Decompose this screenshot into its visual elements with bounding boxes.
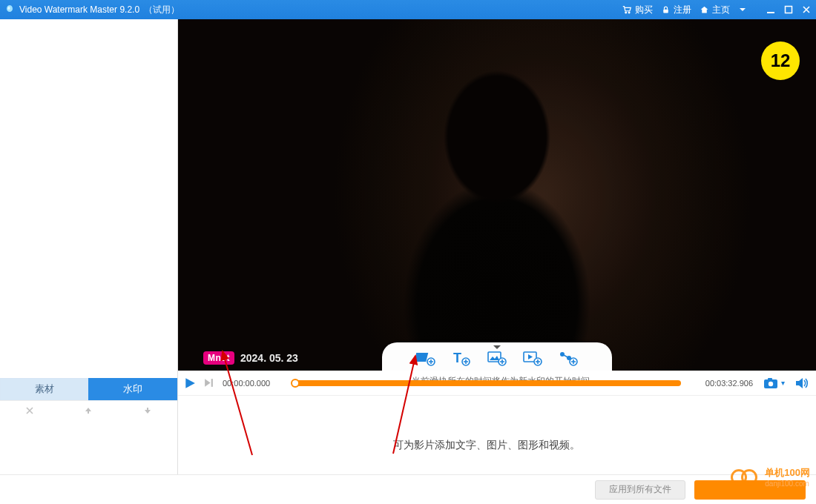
app-title: Video Watermark Master 9.2.0 bbox=[19, 4, 139, 15]
rating-badge: 12 bbox=[761, 42, 800, 80]
snapshot-button[interactable] bbox=[763, 377, 778, 390]
watermark-toolbar: T bbox=[382, 342, 612, 371]
timeline-knob[interactable] bbox=[291, 379, 300, 388]
play-button[interactable] bbox=[184, 377, 197, 390]
tab-watermark[interactable]: 水印 bbox=[88, 378, 177, 400]
add-rectangle-button[interactable] bbox=[415, 350, 436, 368]
volume-button[interactable] bbox=[795, 377, 810, 390]
tab-material-label: 素材 bbox=[35, 382, 54, 396]
sidebar-controls bbox=[0, 400, 177, 422]
home-icon bbox=[699, 4, 709, 15]
svg-point-17 bbox=[560, 352, 565, 357]
home-label: 主页 bbox=[712, 4, 730, 16]
apply-all-label: 应用到所有文件 bbox=[609, 484, 671, 494]
register-label: 注册 bbox=[674, 4, 691, 16]
broadcast-date: 2024. 05. 23 bbox=[240, 352, 298, 364]
add-text-button[interactable]: T bbox=[451, 350, 472, 368]
svg-rect-5 bbox=[786, 7, 792, 13]
sidebar-bottom bbox=[0, 422, 177, 474]
rating-value: 12 bbox=[771, 50, 791, 71]
site-watermark-rings-icon bbox=[731, 468, 760, 487]
delete-item-button[interactable] bbox=[22, 405, 37, 419]
close-button[interactable] bbox=[801, 4, 812, 15]
maximize-button[interactable] bbox=[783, 4, 794, 15]
main-area: 素材 水印 12 bbox=[0, 19, 816, 474]
buy-button[interactable]: 购买 bbox=[622, 4, 653, 16]
apply-all-button[interactable]: 应用到所有文件 bbox=[595, 480, 685, 500]
app-logo-icon bbox=[4, 4, 15, 15]
chevron-down-icon bbox=[737, 4, 748, 15]
timeline-slider[interactable] bbox=[295, 381, 680, 385]
buy-label: 购买 bbox=[635, 4, 653, 16]
svg-point-23 bbox=[769, 381, 773, 385]
svg-point-1 bbox=[625, 12, 627, 13]
svg-rect-4 bbox=[767, 12, 774, 13]
sidebar-content bbox=[0, 19, 177, 378]
channel-logo: Mnet bbox=[203, 351, 234, 365]
title-bar: Video Watermark Master 9.2.0 （试用） 购买 注册 … bbox=[0, 0, 816, 19]
title-actions: 购买 注册 主页 bbox=[622, 4, 812, 16]
app-title-suffix: （试用） bbox=[144, 4, 180, 16]
channel-name: Mnet bbox=[208, 353, 230, 363]
svg-point-0 bbox=[8, 7, 10, 10]
svg-rect-8 bbox=[416, 353, 428, 362]
broadcast-tag: Mnet 2024. 05. 23 bbox=[203, 351, 298, 365]
window-controls bbox=[766, 4, 812, 15]
sidebar: 素材 水印 bbox=[0, 19, 178, 474]
move-up-button[interactable] bbox=[81, 405, 96, 419]
add-shape-button[interactable] bbox=[558, 350, 579, 368]
minimize-button[interactable] bbox=[766, 4, 776, 15]
next-frame-button[interactable] bbox=[203, 377, 217, 390]
tab-watermark-label: 水印 bbox=[123, 382, 142, 396]
home-button[interactable]: 主页 bbox=[699, 4, 730, 16]
video-preview[interactable]: 12 Mnet 2024. 05. 23 T bbox=[178, 19, 816, 371]
menu-dropdown-button[interactable] bbox=[737, 4, 748, 15]
video-subject-silhouette bbox=[378, 56, 616, 368]
cart-icon bbox=[622, 4, 632, 15]
svg-rect-6 bbox=[88, 411, 89, 414]
bottom-bar: 应用到所有文件 bbox=[0, 474, 816, 504]
svg-point-2 bbox=[628, 12, 630, 13]
site-watermark-url: danji100.com bbox=[765, 480, 810, 488]
svg-rect-7 bbox=[147, 408, 148, 411]
lock-icon bbox=[660, 4, 671, 15]
sidebar-tabs: 素材 水印 bbox=[0, 378, 177, 400]
description-text: 可为影片添加文字、图片、图形和视频。 bbox=[393, 439, 580, 452]
total-time: 00:03:32.906 bbox=[691, 379, 753, 388]
site-watermark: 单机100网 danji100.com bbox=[731, 466, 810, 488]
site-watermark-name: 单机100网 bbox=[765, 466, 810, 480]
svg-rect-20 bbox=[211, 379, 213, 387]
add-image-button[interactable] bbox=[487, 350, 507, 368]
svg-text:T: T bbox=[453, 351, 461, 365]
description-area: 可为影片添加文字、图片、图形和视频。 bbox=[178, 396, 816, 474]
svg-rect-22 bbox=[768, 378, 772, 380]
current-time: 00:00:00.000 bbox=[223, 379, 285, 388]
tab-material[interactable]: 素材 bbox=[0, 378, 88, 400]
content: 12 Mnet 2024. 05. 23 T bbox=[178, 19, 816, 474]
svg-rect-3 bbox=[663, 9, 668, 13]
add-video-button[interactable] bbox=[522, 350, 543, 368]
move-down-button[interactable] bbox=[140, 405, 155, 419]
register-button[interactable]: 注册 bbox=[660, 4, 691, 16]
snapshot-dropdown-icon[interactable]: ▾ bbox=[781, 379, 785, 387]
